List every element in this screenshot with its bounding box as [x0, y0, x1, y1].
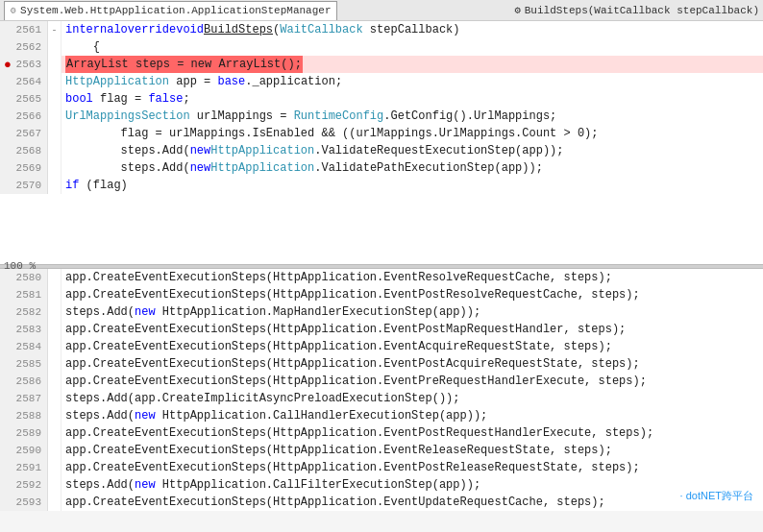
line-content: { [62, 38, 763, 56]
line-number: 2564 [0, 73, 48, 90]
collapse-icon [48, 442, 62, 459]
collapse-icon [48, 390, 62, 407]
line-number: 2569 [0, 159, 48, 177]
line-number: 2585 [0, 355, 48, 373]
code-line: 2588 steps.Add(new HttpApplication.CallH… [0, 407, 763, 424]
watermark-prefix: · dotNET [680, 490, 722, 501]
top-bar-right-label: BuildSteps(WaitCallback stepCallback) [525, 5, 759, 16]
code-line: 2565 bool flag = false; [0, 90, 763, 108]
editor-wrapper: 2561- internal override void BuildSteps(… [0, 21, 763, 511]
code-line: 2592 steps.Add(new HttpApplication.CallF… [0, 476, 763, 494]
code-line: 2584 app.CreateEventExecutionSteps(HttpA… [0, 338, 763, 355]
file-icon: ⚙ [11, 5, 16, 16]
line-number: 2581 [0, 286, 48, 303]
code-line: 2591 app.CreateEventExecutionSteps(HttpA… [0, 459, 763, 476]
line-number: 2587 [0, 390, 48, 407]
collapse-icon[interactable] [48, 56, 62, 73]
line-content: HttpApplication app = base._application; [62, 73, 763, 90]
editor-container: ⚙ System.Web.HttpApplication.Application… [0, 0, 763, 511]
collapse-icon [48, 373, 62, 390]
line-content: steps.Add(new HttpApplication.CallHandle… [62, 407, 763, 424]
code-line: 2566 UrlMappingsSection urlMappings = Ru… [0, 108, 763, 125]
line-number: 2586 [0, 373, 48, 390]
code-line: 2570 if (flag) [0, 177, 763, 194]
collapse-icon[interactable]: - [48, 21, 62, 38]
code-line: 2587 steps.Add(app.CreateImplicitAsyncPr… [0, 390, 763, 407]
code-line: 2580 app.CreateEventExecutionSteps(HttpA… [0, 269, 763, 286]
watermark-suffix: 跨平台 [722, 490, 753, 501]
collapse-icon[interactable] [48, 90, 62, 108]
collapse-icon[interactable] [48, 159, 62, 177]
line-content: app.CreateEventExecutionSteps(HttpApplic… [62, 424, 763, 442]
code-line: 2590 app.CreateEventExecutionSteps(HttpA… [0, 442, 763, 459]
line-content: bool flag = false; [62, 90, 763, 108]
collapse-icon[interactable] [48, 177, 62, 194]
line-content: steps.Add(new HttpApplication.CallFilter… [62, 476, 763, 494]
line-content: internal override void BuildSteps(WaitCa… [62, 21, 763, 38]
line-content: ArrayList steps = new ArrayList(); [62, 56, 763, 73]
code-line: 2594 app.CreateEventExecutionSteps(HttpA… [0, 511, 763, 512]
line-number: 2568 [0, 142, 48, 159]
code-line: 2582 steps.Add(new HttpApplication.MapHa… [0, 303, 763, 321]
line-content: app.CreateEventExecutionSteps(HttpApplic… [62, 338, 763, 355]
line-number: 2590 [0, 442, 48, 459]
line-content: app.CreateEventExecutionSteps(HttpApplic… [62, 373, 763, 390]
line-content: steps.Add(new HttpApplication.ValidateRe… [62, 142, 763, 159]
line-content: app.CreateEventExecutionSteps(HttpApplic… [62, 355, 763, 373]
code-line: 2568 steps.Add(new HttpApplication.Valid… [0, 142, 763, 159]
collapse-icon [48, 355, 62, 373]
code-line: 2567 flag = urlMappings.IsEnabled && ((u… [0, 125, 763, 142]
line-content: if (flag) [62, 177, 763, 194]
collapse-icon [48, 424, 62, 442]
line-number: 2565 [0, 90, 48, 108]
code-line: 2581 app.CreateEventExecutionSteps(HttpA… [0, 286, 763, 303]
file-tab[interactable]: ⚙ System.Web.HttpApplication.Application… [4, 1, 337, 20]
line-number: 2567 [0, 125, 48, 142]
collapse-icon [48, 511, 62, 512]
collapse-icon[interactable] [48, 108, 62, 125]
line-number: 2583 [0, 321, 48, 338]
code-area-top: 2561- internal override void BuildSteps(… [0, 21, 763, 264]
collapse-icon [48, 338, 62, 355]
line-number: 2592 [0, 476, 48, 494]
top-bar-right: ⚙ BuildSteps(WaitCallback stepCallback) [514, 4, 759, 16]
code-line: 2589 app.CreateEventExecutionSteps(HttpA… [0, 424, 763, 442]
line-content: UrlMappingsSection urlMappings = Runtime… [62, 108, 763, 125]
line-number: 2588 [0, 407, 48, 424]
watermark: · dotNET跨平台 [680, 489, 753, 503]
line-content: steps.Add(new HttpApplication.ValidatePa… [62, 159, 763, 177]
line-number: 2562 [0, 38, 48, 56]
collapse-icon[interactable] [48, 73, 62, 90]
code-line: 2563 ArrayList steps = new ArrayList(); [0, 56, 763, 73]
line-number: 2594 [0, 511, 48, 512]
collapse-icon [48, 269, 62, 286]
code-line: 2569 steps.Add(new HttpApplication.Valid… [0, 159, 763, 177]
code-area-bottom: 2580 app.CreateEventExecutionSteps(HttpA… [0, 269, 763, 512]
collapse-icon [48, 494, 62, 511]
collapse-icon[interactable] [48, 38, 62, 56]
line-content: app.CreateEventExecutionSteps(HttpApplic… [62, 321, 763, 338]
line-content: steps.Add(new HttpApplication.MapHandler… [62, 303, 763, 321]
line-content: app.CreateEventExecutionSteps(HttpApplic… [62, 286, 763, 303]
line-content: app.CreateEventExecutionSteps(HttpApplic… [62, 442, 763, 459]
line-number: 2582 [0, 303, 48, 321]
line-number: 2589 [0, 424, 48, 442]
line-number: 2591 [0, 459, 48, 476]
line-number: 2563 [0, 56, 48, 73]
collapse-icon[interactable] [48, 142, 62, 159]
collapse-icon [48, 303, 62, 321]
collapse-icon[interactable] [48, 125, 62, 142]
line-number: 2566 [0, 108, 48, 125]
code-line: 2585 app.CreateEventExecutionSteps(HttpA… [0, 355, 763, 373]
build-icon: ⚙ [514, 4, 521, 16]
line-content: app.CreateEventExecutionSteps(HttpApplic… [62, 459, 763, 476]
collapse-icon [48, 476, 62, 494]
top-bar: ⚙ System.Web.HttpApplication.Application… [0, 0, 763, 21]
code-line: 2562 { [0, 38, 763, 56]
line-content: flag = urlMappings.IsEnabled && ((urlMap… [62, 125, 763, 142]
line-content: steps.Add(app.CreateImplicitAsyncPreload… [62, 390, 763, 407]
collapse-icon [48, 407, 62, 424]
code-line: 2593 app.CreateEventExecutionSteps(HttpA… [0, 494, 763, 511]
line-number: 2570 [0, 177, 48, 194]
collapse-icon [48, 321, 62, 338]
